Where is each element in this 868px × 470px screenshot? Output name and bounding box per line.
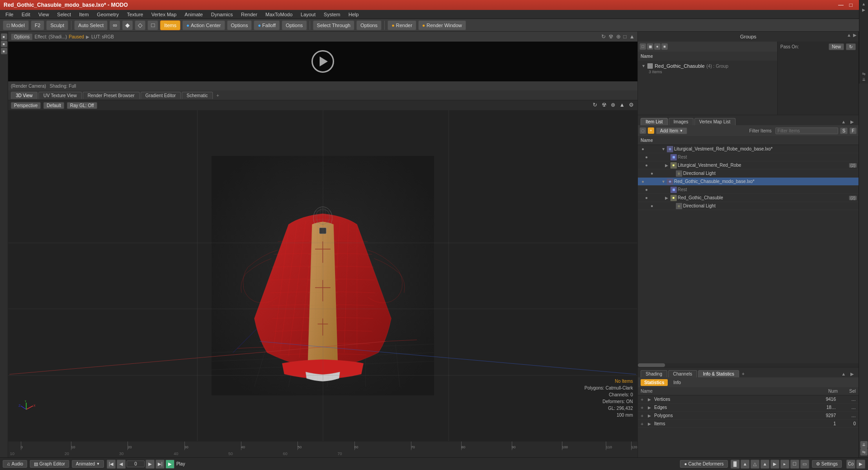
stat-add-items[interactable]: + xyxy=(641,421,646,427)
items-btn[interactable]: Items xyxy=(160,20,180,30)
tool-icon-4[interactable]: □ xyxy=(147,20,158,30)
menu-edit[interactable]: Edit xyxy=(18,11,34,18)
menu-layout[interactable]: Layout xyxy=(297,11,319,18)
stat-expand-edges[interactable]: ▶ xyxy=(648,405,652,410)
rstrip-icon-2[interactable]: ▶ xyxy=(862,8,865,12)
stat-row-items[interactable]: + ▶ Items 1 0 xyxy=(638,420,859,428)
menu-item[interactable]: Item xyxy=(75,11,92,18)
rstrip-icon-3[interactable]: ⇋ xyxy=(862,71,866,76)
vp-settings-icon[interactable]: ⚙ xyxy=(627,101,635,108)
group-item-red-gothic[interactable]: ▼ Red_Gothic_Chasuble (4) : Group xyxy=(640,62,775,70)
settings-btn[interactable]: ⚙ Settings xyxy=(812,460,842,468)
stats-add-tab[interactable]: + xyxy=(740,371,746,377)
vp-expand-icon[interactable]: ▲ xyxy=(618,101,626,108)
options-btn-1[interactable]: Options xyxy=(227,20,252,30)
extra-btn-4[interactable]: ▲ xyxy=(760,460,769,469)
tab-3d-view[interactable]: 3D View xyxy=(11,92,38,99)
il-eye-icon[interactable]: ◌ xyxy=(640,127,646,134)
menu-render[interactable]: Render xyxy=(237,11,261,18)
left-icon-1[interactable]: ■ xyxy=(1,33,7,40)
filter-f-btn[interactable]: F xyxy=(849,127,857,134)
tab-images[interactable]: Images xyxy=(669,118,693,125)
il-expand-4[interactable]: ▼ xyxy=(661,179,666,184)
il-row-7[interactable]: ● ☼ Directional Light xyxy=(638,202,859,210)
tool-icon-2[interactable]: ◆ xyxy=(122,20,133,30)
rstrip-icon-1[interactable]: ▲ xyxy=(862,2,866,6)
il-vis-4[interactable]: ● xyxy=(640,179,646,185)
il-vis-1[interactable]: ● xyxy=(643,154,650,160)
add-item-btn[interactable]: Add Item ▼ xyxy=(656,127,687,134)
vp-orbit-icon[interactable]: ↻ xyxy=(591,101,599,108)
audio-btn[interactable]: ♫ Audio xyxy=(3,460,27,468)
il-add-icon[interactable]: + xyxy=(648,127,654,134)
menu-vertex-map[interactable]: Vertex Map xyxy=(148,11,180,18)
view-raygl-dropdown[interactable]: Ray GL: Off xyxy=(67,102,97,109)
menu-animate[interactable]: Animate xyxy=(181,11,206,18)
sculpt-btn[interactable]: Sculpt xyxy=(46,20,68,30)
zoom-icon[interactable]: ⊕ xyxy=(616,33,621,40)
falloff-btn[interactable]: ● Falloff xyxy=(254,20,279,30)
orbit-icon[interactable]: ↻ xyxy=(601,33,606,40)
scrollbar-thumb[interactable] xyxy=(638,363,665,367)
tab-channels[interactable]: Channels xyxy=(668,370,697,377)
il-row-1[interactable]: ● ◼ Rest xyxy=(638,153,859,161)
tab-gradient-editor[interactable]: Gradient Editor xyxy=(141,92,181,99)
tab-schematic[interactable]: Schematic xyxy=(182,92,213,99)
filter-input[interactable] xyxy=(775,127,838,134)
frame-input[interactable]: 0 xyxy=(127,461,145,467)
auto-select-btn[interactable]: Auto Select xyxy=(74,20,108,30)
extra-btn-5[interactable]: ▶ xyxy=(770,460,779,469)
maximize-btn[interactable]: □ xyxy=(847,1,854,9)
view-perspective-dropdown[interactable]: Perspective xyxy=(11,102,41,109)
left-icon-3[interactable]: ■ xyxy=(1,48,7,54)
groups-collapse-btn[interactable]: ▶ xyxy=(853,33,857,38)
options-btn-3[interactable]: Options xyxy=(356,20,382,30)
il-expand-0[interactable]: ▼ xyxy=(661,147,666,151)
graph-editor-btn[interactable]: ▤ Graph Editor xyxy=(30,460,69,468)
menu-geometry[interactable]: Geometry xyxy=(93,11,122,18)
tab-shading[interactable]: Shading xyxy=(641,370,667,377)
menu-system[interactable]: System xyxy=(320,11,344,18)
groups-expand-btn[interactable]: ▲ xyxy=(847,33,851,38)
tab-uv-texture[interactable]: UV Texture View xyxy=(38,92,82,99)
pass-new-btn[interactable]: New xyxy=(829,43,844,50)
cache-deformers-btn[interactable]: ● Cache Deformers xyxy=(680,460,727,468)
menu-maxtomode[interactable]: MaxToModo xyxy=(262,11,296,18)
co-btn-1[interactable]: Co xyxy=(846,460,855,469)
pan-icon[interactable]: ☢ xyxy=(609,33,613,40)
tool-icon-1[interactable]: ∞ xyxy=(109,20,120,30)
il-expand-2[interactable]: ▶ xyxy=(665,163,670,168)
info-btn[interactable]: Info xyxy=(670,379,684,386)
il-vis-5[interactable]: ● xyxy=(643,187,650,193)
il-row-4[interactable]: ● ▼ ◈ Red_Gothic_Chasuble_modo_base.lxo* xyxy=(638,178,859,186)
next-end-btn[interactable]: ▶| xyxy=(156,460,165,469)
tab-vertex-map-list[interactable]: Vertex Map List xyxy=(694,118,736,125)
groups-content[interactable]: ▼ Red_Gothic_Chasuble (4) : Group 3 Item… xyxy=(638,61,777,115)
groups-camera-icon[interactable]: ◼ xyxy=(647,43,653,50)
tab-item-list[interactable]: Item List xyxy=(641,118,668,125)
menu-file[interactable]: File xyxy=(2,11,17,18)
il-row-2[interactable]: ● ▶ ■ Liturgical_Vestment_Red_Robe (2) xyxy=(638,161,859,169)
vp-zoom-icon[interactable]: ⊕ xyxy=(609,101,617,108)
il-vis-2[interactable]: ● xyxy=(643,162,650,169)
extra-btn-6[interactable]: ▸ xyxy=(780,460,789,469)
action-center-btn[interactable]: ● Action Center xyxy=(182,20,225,30)
options-btn-2[interactable]: Options xyxy=(282,20,307,30)
prev-btn[interactable]: ◀ xyxy=(117,460,126,469)
menu-view[interactable]: View xyxy=(35,11,53,18)
view-shading-dropdown[interactable]: Default xyxy=(43,102,64,109)
stats-expand-btn[interactable]: ▲ xyxy=(840,371,848,377)
il-row-6[interactable]: ● ▶ ■ Red_Gothic_Chasuble (2) xyxy=(638,194,859,202)
frame-icon[interactable]: □ xyxy=(623,33,627,40)
extra-btn-1[interactable]: ▐▌ xyxy=(731,460,740,469)
il-vis-6[interactable]: ● xyxy=(643,195,650,201)
menu-texture[interactable]: Texture xyxy=(123,11,147,18)
play-btn[interactable]: ▶ xyxy=(165,460,175,469)
item-list-scrollbar-h[interactable] xyxy=(638,363,859,367)
il-vis-7[interactable]: ● xyxy=(649,203,655,209)
render-btn[interactable]: ● Render xyxy=(387,20,416,30)
expand-icon[interactable]: ▲ xyxy=(629,33,635,40)
options-label[interactable]: Options xyxy=(11,33,33,40)
minimize-btn[interactable]: — xyxy=(837,1,844,9)
prev-start-btn[interactable]: |◀ xyxy=(107,460,116,469)
